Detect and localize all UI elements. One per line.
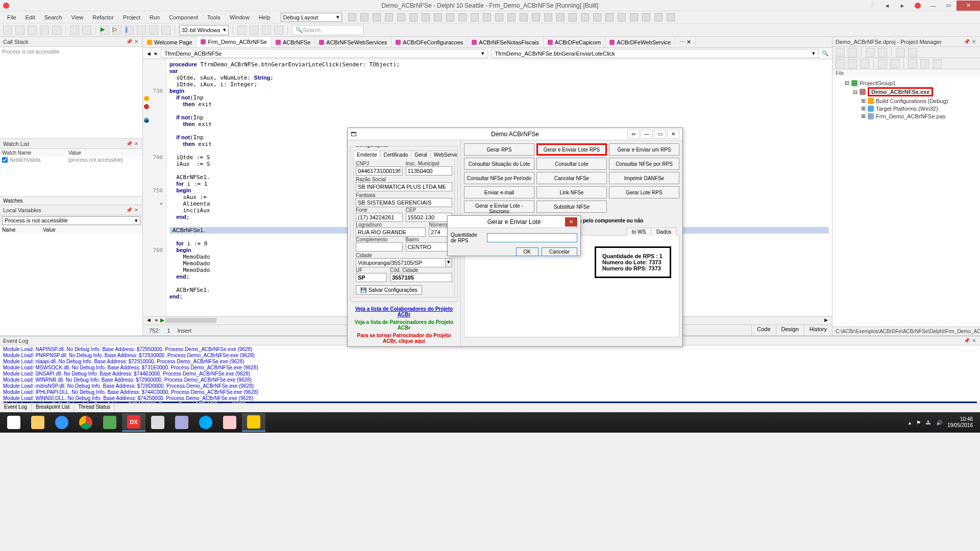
flag-icon[interactable]: ⚑ — [916, 420, 921, 425]
pm-icon[interactable] — [836, 48, 845, 57]
close-icon[interactable]: ✕ — [667, 130, 679, 139]
search-icon[interactable]: 🔍 — [822, 50, 829, 57]
fone-input[interactable] — [356, 213, 403, 222]
razao-input[interactable] — [356, 182, 452, 191]
menu-window[interactable]: Window — [226, 13, 254, 21]
im-input[interactable] — [406, 166, 453, 176]
volume-icon[interactable]: 🔊 — [936, 420, 942, 425]
tab-frm-demo[interactable]: Frm_Demo_ACBrNFSe — [197, 37, 272, 47]
stop-btn[interactable] — [911, 1, 925, 11]
tool-icon[interactable] — [556, 13, 565, 21]
tool-icon[interactable] — [434, 13, 442, 21]
fantasia-input[interactable] — [356, 198, 452, 207]
tab-geral[interactable]: Geral — [411, 151, 430, 159]
link-nfse-button[interactable]: Link NFSe — [536, 186, 607, 198]
tool-icon[interactable] — [605, 13, 614, 21]
tb-folder-icon[interactable] — [52, 26, 61, 35]
cep-input[interactable] — [406, 213, 453, 222]
pm-icon[interactable] — [933, 59, 942, 68]
maximize-icon[interactable]: ▭ — [941, 1, 955, 11]
menu-project[interactable]: Project — [119, 13, 144, 21]
pm-icon[interactable] — [908, 59, 917, 68]
tool-icon[interactable] — [471, 13, 479, 21]
pin-icon[interactable]: 📌 — [126, 39, 132, 45]
tool-icon[interactable] — [409, 13, 418, 21]
menu-tools[interactable]: Tools — [203, 13, 225, 21]
breakpoint-icon[interactable] — [144, 96, 149, 101]
close-icon[interactable]: ✕ — [133, 141, 139, 147]
tool-icon[interactable] — [581, 13, 589, 21]
pin-icon[interactable]: 📌 — [964, 338, 970, 344]
close-icon[interactable]: ✕ — [971, 338, 977, 344]
tool-icon[interactable] — [360, 13, 369, 21]
menu-component[interactable]: Component — [165, 13, 202, 21]
pin-icon[interactable]: 📌 — [126, 141, 132, 147]
stepover-icon[interactable] — [137, 26, 146, 35]
app-icon[interactable] — [170, 413, 193, 432]
nav-fwd-icon[interactable]: ▸ — [155, 50, 158, 57]
tab-emitente[interactable]: Emitente — [353, 151, 380, 159]
pm-icon[interactable] — [836, 59, 845, 68]
tab-history[interactable]: History — [804, 325, 832, 336]
system-tray[interactable]: ▴ ⚑ 🖧 🔊 10:46 19/05/2016 — [909, 416, 978, 429]
menu-run[interactable]: Run — [145, 13, 164, 21]
qtde-rps-input[interactable] — [487, 233, 577, 242]
close-icon[interactable]: ✕ — [565, 217, 577, 227]
menu-search[interactable]: Search — [40, 13, 66, 21]
start-button[interactable] — [2, 413, 26, 432]
tool-icon[interactable] — [618, 13, 626, 21]
fwd-icon[interactable]: ► — [895, 1, 910, 11]
tab-code[interactable]: Code — [751, 325, 775, 336]
minimize-icon[interactable]: — — [641, 130, 653, 139]
gerar-enviar-lote-button[interactable]: Gerar e Enviar Lote RPS — [536, 143, 607, 156]
debug-layout-combo[interactable]: Debug Layout▾ — [281, 13, 342, 22]
gerar-enviar-sincrono-button[interactable]: Gerar e Enviar Lote - Sincrono — [464, 201, 534, 213]
clock[interactable]: 10:46 19/05/2016 — [947, 416, 973, 429]
link-patrocinadores[interactable]: Veja a lista de Patrocinadores do Projet… — [350, 319, 458, 331]
tool-icon[interactable] — [667, 13, 675, 21]
tool-icon[interactable] — [569, 13, 577, 21]
gerar-enviar-um-rps-button[interactable]: Gerar e Enviar um RPS — [609, 143, 679, 156]
consultar-nfse-rps-button[interactable]: Consultar NFSe por RPS — [609, 158, 679, 170]
tab-dados[interactable]: Dados — [651, 228, 677, 236]
cnpj-input[interactable] — [356, 166, 403, 176]
delphi-icon[interactable]: DX — [122, 413, 145, 432]
tool-icon[interactable] — [458, 13, 467, 21]
tab-dfe-webservice[interactable]: ACBrDFeWebService — [605, 37, 675, 47]
watch-checkbox[interactable] — [2, 157, 8, 163]
cidade-combo[interactable] — [356, 258, 446, 267]
paint-icon[interactable] — [218, 413, 241, 432]
menu-refactor[interactable]: Refactor — [88, 13, 118, 21]
tab-dfe-config[interactable]: ACBrDFeConfiguracoes — [391, 37, 468, 47]
tool-icon[interactable] — [373, 13, 381, 21]
back-icon[interactable]: ◄ — [880, 1, 894, 11]
close-icon[interactable]: ✕ — [957, 1, 980, 11]
pm-icon[interactable] — [848, 59, 857, 68]
stepout-icon[interactable] — [161, 26, 170, 35]
pm-icon[interactable] — [878, 48, 887, 57]
tool-icon[interactable] — [422, 13, 430, 21]
menu-edit[interactable]: Edit — [21, 13, 39, 21]
app-icon[interactable] — [146, 413, 169, 432]
cancel-button[interactable]: Cancelar — [542, 247, 577, 256]
app-icon[interactable] — [98, 413, 121, 432]
minimize-icon[interactable]: — — [926, 1, 940, 11]
tab-acbrnfse[interactable]: ACBrNFSe — [272, 37, 315, 47]
imprimir-danfse-button[interactable]: Imprimir DANFSe — [609, 172, 679, 184]
tab-breakpoints[interactable]: Breakpoint List — [32, 404, 74, 412]
pm-icon[interactable] — [896, 48, 905, 57]
pause-icon[interactable]: ‖ — [125, 26, 134, 35]
consultar-nfse-periodo-button[interactable]: Consultar NFSe por Período — [464, 172, 534, 184]
network-icon[interactable]: 🖧 — [926, 420, 931, 425]
explorer-icon[interactable] — [26, 413, 50, 432]
tool-icon[interactable] — [544, 13, 552, 21]
tab-webservice[interactable]: WebService — [430, 151, 458, 159]
tb-icon[interactable] — [237, 26, 247, 35]
tool-icon[interactable] — [385, 13, 393, 21]
teamviewer-icon[interactable] — [194, 413, 217, 432]
pm-icon[interactable] — [848, 48, 857, 57]
pm-icon[interactable] — [878, 59, 887, 68]
pm-icon[interactable] — [908, 48, 917, 57]
menu-file[interactable]: File — [3, 13, 20, 21]
uf-input[interactable] — [356, 273, 387, 282]
